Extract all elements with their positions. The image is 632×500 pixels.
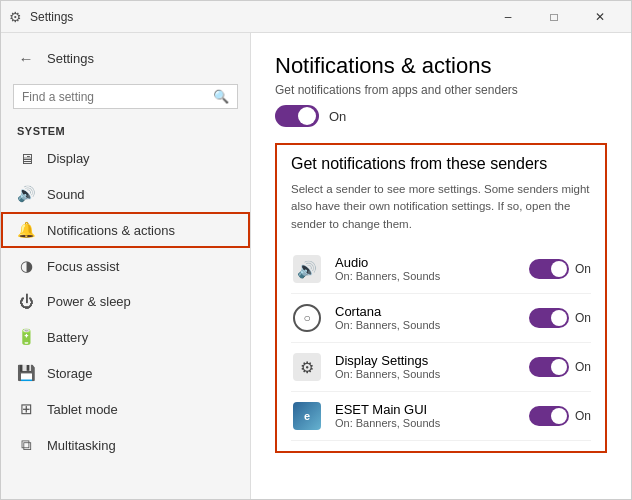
main-toggle-label: On: [329, 109, 346, 124]
cortana-app-icon: ○: [291, 302, 323, 334]
audio-toggle-group: On: [529, 259, 591, 279]
cortana-sub: On: Banners, Sounds: [335, 319, 517, 331]
senders-title: Get notifications from these senders: [291, 155, 591, 173]
multitasking-label: Multitasking: [47, 438, 116, 453]
display-settings-name: Display Settings: [335, 353, 517, 368]
title-bar-controls: – □ ✕: [485, 1, 623, 33]
battery-icon: 🔋: [17, 328, 35, 346]
display-settings-info: Display Settings On: Banners, Sounds: [335, 353, 517, 380]
cortana-name: Cortana: [335, 304, 517, 319]
svg-text:🔊: 🔊: [297, 260, 317, 279]
focus-icon: ◑: [17, 257, 35, 275]
sidebar-item-sound[interactable]: 🔊 Sound: [1, 176, 250, 212]
eset-name: ESET Main GUI: [335, 402, 517, 417]
sidebar-item-focus[interactable]: ◑ Focus assist: [1, 248, 250, 284]
sidebar-item-tablet[interactable]: ⊞ Tablet mode: [1, 391, 250, 427]
eset-logo-icon: e: [293, 402, 321, 430]
audio-info: Audio On: Banners, Sounds: [335, 255, 517, 282]
display-settings-sub: On: Banners, Sounds: [335, 368, 517, 380]
sidebar-item-display[interactable]: 🖥 Display: [1, 141, 250, 176]
display-settings-toggle-label: On: [575, 360, 591, 374]
sender-eset[interactable]: e ESET Main GUI On: Banners, Sounds On: [291, 392, 591, 441]
window-content: ← Settings 🔍 System 🖥 Display 🔊 Sound 🔔: [1, 33, 631, 499]
sidebar-item-notifications[interactable]: 🔔 Notifications & actions: [1, 212, 250, 248]
sender-cortana[interactable]: ○ Cortana On: Banners, Sounds On: [291, 294, 591, 343]
tablet-label: Tablet mode: [47, 402, 118, 417]
minimize-button[interactable]: –: [485, 1, 531, 33]
sound-label: Sound: [47, 187, 85, 202]
main-content: Notifications & actions Get notification…: [251, 33, 631, 499]
sidebar-item-multitasking[interactable]: ⧉ Multitasking: [1, 427, 250, 463]
power-label: Power & sleep: [47, 294, 131, 309]
cortana-toggle[interactable]: [529, 308, 569, 328]
search-box[interactable]: 🔍: [13, 84, 238, 109]
sound-icon: 🔊: [17, 185, 35, 203]
sender-display-settings[interactable]: ⚙ Display Settings On: Banners, Sounds O…: [291, 343, 591, 392]
focus-label: Focus assist: [47, 259, 119, 274]
senders-desc: Select a sender to see more settings. So…: [291, 181, 591, 233]
title-bar: ⚙ Settings – □ ✕: [1, 1, 631, 33]
display-label: Display: [47, 151, 90, 166]
eset-sub: On: Banners, Sounds: [335, 417, 517, 429]
settings-window: ⚙ Settings – □ ✕ ← Settings 🔍 System: [0, 0, 632, 500]
eset-toggle[interactable]: [529, 406, 569, 426]
close-button[interactable]: ✕: [577, 1, 623, 33]
sidebar-back-label: Settings: [47, 51, 94, 66]
audio-toggle-label: On: [575, 262, 591, 276]
audio-sub: On: Banners, Sounds: [335, 270, 517, 282]
cortana-toggle-knob: [551, 310, 567, 326]
back-icon: ←: [17, 50, 35, 67]
display-settings-toggle-group: On: [529, 357, 591, 377]
audio-toggle-knob: [551, 261, 567, 277]
cortana-toggle-label: On: [575, 311, 591, 325]
sidebar-item-power[interactable]: ⏻ Power & sleep: [1, 284, 250, 319]
maximize-button[interactable]: □: [531, 1, 577, 33]
page-subtitle: Get notifications from apps and other se…: [275, 83, 607, 97]
search-icon: 🔍: [213, 89, 229, 104]
sender-audio[interactable]: 🔊 Audio On: Banners, Sounds On: [291, 245, 591, 294]
power-icon: ⏻: [17, 293, 35, 310]
search-input[interactable]: [22, 90, 207, 104]
main-toggle[interactable]: [275, 105, 319, 127]
display-settings-icon: ⚙: [291, 351, 323, 383]
sidebar-home[interactable]: ← Settings: [1, 41, 250, 76]
toggle-knob: [298, 107, 316, 125]
cortana-circle-icon: ○: [293, 304, 321, 332]
storage-label: Storage: [47, 366, 93, 381]
eset-toggle-label: On: [575, 409, 591, 423]
section-label: System: [1, 117, 250, 141]
sidebar: ← Settings 🔍 System 🖥 Display 🔊 Sound 🔔: [1, 33, 251, 499]
notifications-icon: 🔔: [17, 221, 35, 239]
audio-name: Audio: [335, 255, 517, 270]
audio-toggle[interactable]: [529, 259, 569, 279]
eset-app-icon: e: [291, 400, 323, 432]
page-title: Notifications & actions: [275, 53, 607, 79]
battery-label: Battery: [47, 330, 88, 345]
audio-app-icon: 🔊: [291, 253, 323, 285]
senders-section: Get notifications from these senders Sel…: [275, 143, 607, 453]
display-settings-toggle[interactable]: [529, 357, 569, 377]
tablet-icon: ⊞: [17, 400, 35, 418]
title-bar-title: Settings: [30, 10, 73, 24]
multitasking-icon: ⧉: [17, 436, 35, 454]
display-icon: 🖥: [17, 150, 35, 167]
eset-info: ESET Main GUI On: Banners, Sounds: [335, 402, 517, 429]
sidebar-item-storage[interactable]: 💾 Storage: [1, 355, 250, 391]
main-toggle-row: On: [275, 105, 607, 127]
svg-text:⚙: ⚙: [300, 359, 314, 376]
storage-icon: 💾: [17, 364, 35, 382]
settings-app-icon: ⚙: [9, 9, 22, 25]
eset-toggle-knob: [551, 408, 567, 424]
cortana-info: Cortana On: Banners, Sounds: [335, 304, 517, 331]
notifications-label: Notifications & actions: [47, 223, 175, 238]
sidebar-item-battery[interactable]: 🔋 Battery: [1, 319, 250, 355]
eset-toggle-group: On: [529, 406, 591, 426]
display-settings-toggle-knob: [551, 359, 567, 375]
title-bar-left: ⚙ Settings: [9, 9, 73, 25]
cortana-toggle-group: On: [529, 308, 591, 328]
